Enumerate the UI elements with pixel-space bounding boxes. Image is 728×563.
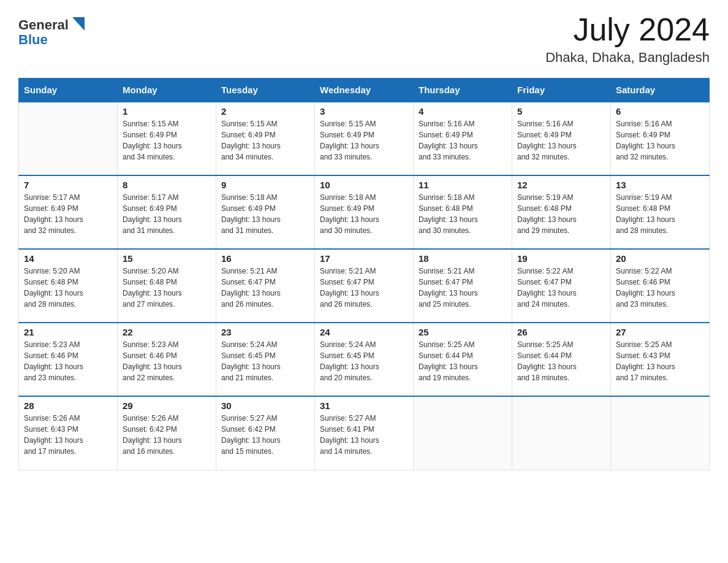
calendar-cell: 4Sunrise: 5:16 AMSunset: 6:49 PMDaylight… xyxy=(414,102,512,175)
day-number: 26 xyxy=(517,327,605,337)
calendar-week-3: 14Sunrise: 5:20 AMSunset: 6:48 PMDayligh… xyxy=(19,249,710,323)
calendar-cell: 29Sunrise: 5:26 AMSunset: 6:42 PMDayligh… xyxy=(118,396,216,470)
day-number: 22 xyxy=(123,327,211,337)
day-number: 17 xyxy=(320,253,408,264)
day-number: 12 xyxy=(517,180,605,190)
col-header-tuesday: Tuesday xyxy=(216,79,315,102)
day-number: 9 xyxy=(221,180,309,190)
day-info: Sunrise: 5:27 AMSunset: 6:42 PMDaylight:… xyxy=(221,413,309,457)
calendar-cell: 21Sunrise: 5:23 AMSunset: 6:46 PMDayligh… xyxy=(19,323,118,396)
day-info: Sunrise: 5:18 AMSunset: 6:49 PMDaylight:… xyxy=(221,192,309,236)
day-number: 27 xyxy=(616,327,704,337)
day-number: 29 xyxy=(123,400,211,411)
day-info: Sunrise: 5:15 AMSunset: 6:49 PMDaylight:… xyxy=(320,118,408,163)
calendar-cell: 23Sunrise: 5:24 AMSunset: 6:45 PMDayligh… xyxy=(216,323,315,396)
calendar-table: SundayMondayTuesdayWednesdayThursdayFrid… xyxy=(18,78,710,470)
calendar-cell: 17Sunrise: 5:21 AMSunset: 6:47 PMDayligh… xyxy=(315,249,414,323)
day-info: Sunrise: 5:17 AMSunset: 6:49 PMDaylight:… xyxy=(123,192,211,236)
calendar-week-5: 28Sunrise: 5:26 AMSunset: 6:43 PMDayligh… xyxy=(19,396,710,470)
day-number: 14 xyxy=(24,253,112,264)
day-number: 16 xyxy=(221,253,309,264)
day-info: Sunrise: 5:25 AMSunset: 6:44 PMDaylight:… xyxy=(419,339,507,383)
calendar-cell: 30Sunrise: 5:27 AMSunset: 6:42 PMDayligh… xyxy=(216,396,315,470)
day-number: 20 xyxy=(616,253,704,264)
calendar-cell: 20Sunrise: 5:22 AMSunset: 6:46 PMDayligh… xyxy=(611,249,710,323)
calendar-cell: 28Sunrise: 5:26 AMSunset: 6:43 PMDayligh… xyxy=(19,396,118,470)
month-title: July 2024 xyxy=(545,12,710,47)
day-info: Sunrise: 5:15 AMSunset: 6:49 PMDaylight:… xyxy=(123,118,211,163)
calendar-cell: 24Sunrise: 5:24 AMSunset: 6:45 PMDayligh… xyxy=(315,323,414,396)
calendar-cell: 14Sunrise: 5:20 AMSunset: 6:48 PMDayligh… xyxy=(19,249,118,323)
day-number: 8 xyxy=(123,180,211,190)
calendar-cell: 12Sunrise: 5:19 AMSunset: 6:48 PMDayligh… xyxy=(512,175,611,249)
day-info: Sunrise: 5:19 AMSunset: 6:48 PMDaylight:… xyxy=(517,192,605,236)
day-info: Sunrise: 5:18 AMSunset: 6:48 PMDaylight:… xyxy=(419,192,507,236)
day-info: Sunrise: 5:21 AMSunset: 6:47 PMDaylight:… xyxy=(419,266,507,310)
day-info: Sunrise: 5:20 AMSunset: 6:48 PMDaylight:… xyxy=(24,266,112,310)
calendar-cell: 10Sunrise: 5:18 AMSunset: 6:49 PMDayligh… xyxy=(315,175,414,249)
day-info: Sunrise: 5:22 AMSunset: 6:46 PMDaylight:… xyxy=(616,266,704,310)
day-info: Sunrise: 5:24 AMSunset: 6:45 PMDaylight:… xyxy=(221,339,309,383)
day-number: 30 xyxy=(221,400,309,411)
calendar-cell: 26Sunrise: 5:25 AMSunset: 6:44 PMDayligh… xyxy=(512,323,611,396)
day-info: Sunrise: 5:17 AMSunset: 6:49 PMDaylight:… xyxy=(24,192,112,236)
title-block: July 2024 Dhaka, Dhaka, Bangladesh xyxy=(545,12,710,66)
calendar-cell: 16Sunrise: 5:21 AMSunset: 6:47 PMDayligh… xyxy=(216,249,315,323)
day-info: Sunrise: 5:21 AMSunset: 6:47 PMDaylight:… xyxy=(221,266,309,310)
calendar-cell: 22Sunrise: 5:23 AMSunset: 6:46 PMDayligh… xyxy=(118,323,216,396)
day-info: Sunrise: 5:16 AMSunset: 6:49 PMDaylight:… xyxy=(616,118,704,163)
day-number: 18 xyxy=(419,253,507,264)
col-header-saturday: Saturday xyxy=(611,79,710,102)
day-info: Sunrise: 5:25 AMSunset: 6:44 PMDaylight:… xyxy=(517,339,605,383)
calendar-cell xyxy=(611,396,710,470)
day-number: 6 xyxy=(616,106,704,117)
col-header-friday: Friday xyxy=(512,79,611,102)
day-number: 31 xyxy=(320,400,408,411)
calendar-cell: 6Sunrise: 5:16 AMSunset: 6:49 PMDaylight… xyxy=(611,102,710,175)
calendar-cell: 15Sunrise: 5:20 AMSunset: 6:48 PMDayligh… xyxy=(118,249,216,323)
day-number: 10 xyxy=(320,180,408,190)
day-number: 28 xyxy=(24,400,112,411)
day-number: 19 xyxy=(517,253,605,264)
location-title: Dhaka, Dhaka, Bangladesh xyxy=(545,50,710,66)
day-info: Sunrise: 5:26 AMSunset: 6:42 PMDaylight:… xyxy=(123,413,211,457)
calendar-cell: 1Sunrise: 5:15 AMSunset: 6:49 PMDaylight… xyxy=(118,102,216,175)
calendar-cell: 31Sunrise: 5:27 AMSunset: 6:41 PMDayligh… xyxy=(315,396,414,470)
day-number: 15 xyxy=(123,253,211,264)
col-header-sunday: Sunday xyxy=(19,79,118,102)
day-info: Sunrise: 5:16 AMSunset: 6:49 PMDaylight:… xyxy=(419,118,507,163)
page-header: General Blue July 2024 Dhaka, Dhaka, Ban… xyxy=(18,12,710,66)
day-info: Sunrise: 5:23 AMSunset: 6:46 PMDaylight:… xyxy=(123,339,211,383)
calendar-header: SundayMondayTuesdayWednesdayThursdayFrid… xyxy=(19,79,710,102)
day-number: 5 xyxy=(517,106,605,117)
day-info: Sunrise: 5:26 AMSunset: 6:43 PMDaylight:… xyxy=(24,413,112,457)
day-info: Sunrise: 5:20 AMSunset: 6:48 PMDaylight:… xyxy=(123,266,211,310)
day-info: Sunrise: 5:15 AMSunset: 6:49 PMDaylight:… xyxy=(221,118,309,163)
svg-marker-1 xyxy=(72,17,85,31)
svg-text:General: General xyxy=(18,17,69,33)
calendar-week-4: 21Sunrise: 5:23 AMSunset: 6:46 PMDayligh… xyxy=(19,323,710,396)
calendar-cell xyxy=(19,102,118,175)
calendar-cell: 25Sunrise: 5:25 AMSunset: 6:44 PMDayligh… xyxy=(414,323,512,396)
day-number: 7 xyxy=(24,180,112,190)
logo: General Blue xyxy=(18,12,92,52)
calendar-cell: 8Sunrise: 5:17 AMSunset: 6:49 PMDaylight… xyxy=(118,175,216,249)
calendar-cell: 13Sunrise: 5:19 AMSunset: 6:48 PMDayligh… xyxy=(611,175,710,249)
day-number: 13 xyxy=(616,180,704,190)
day-info: Sunrise: 5:19 AMSunset: 6:48 PMDaylight:… xyxy=(616,192,704,236)
day-number: 11 xyxy=(419,180,507,190)
day-number: 24 xyxy=(320,327,408,337)
day-info: Sunrise: 5:16 AMSunset: 6:49 PMDaylight:… xyxy=(517,118,605,163)
svg-text:Blue: Blue xyxy=(18,32,48,47)
calendar-cell: 7Sunrise: 5:17 AMSunset: 6:49 PMDaylight… xyxy=(19,175,118,249)
day-number: 3 xyxy=(320,106,408,117)
day-info: Sunrise: 5:21 AMSunset: 6:47 PMDaylight:… xyxy=(320,266,408,310)
calendar-cell: 27Sunrise: 5:25 AMSunset: 6:43 PMDayligh… xyxy=(611,323,710,396)
day-info: Sunrise: 5:18 AMSunset: 6:49 PMDaylight:… xyxy=(320,192,408,236)
calendar-cell: 5Sunrise: 5:16 AMSunset: 6:49 PMDaylight… xyxy=(512,102,611,175)
calendar-cell xyxy=(512,396,611,470)
day-info: Sunrise: 5:27 AMSunset: 6:41 PMDaylight:… xyxy=(320,413,408,457)
day-info: Sunrise: 5:24 AMSunset: 6:45 PMDaylight:… xyxy=(320,339,408,383)
calendar-cell: 18Sunrise: 5:21 AMSunset: 6:47 PMDayligh… xyxy=(414,249,512,323)
day-number: 25 xyxy=(419,327,507,337)
